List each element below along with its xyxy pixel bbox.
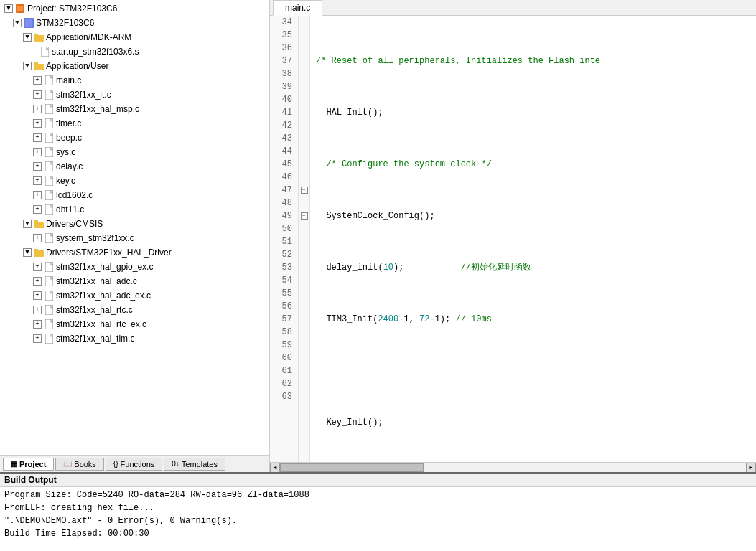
file-adc-ex-c-label: stm32f1xx_hal_adc_ex.c (56, 289, 151, 302)
code-text[interactable]: /* Reset of all peripherals, Initializes… (310, 16, 756, 462)
project-root-item[interactable]: ▼ Project: STM32F103C6 (0, 1, 269, 16)
file-gpio-ex-c-label: stm32f1xx_hal_gpio_ex.c (56, 260, 153, 273)
books-tab-icon: 📖 (63, 460, 72, 468)
tab-books[interactable]: 📖 Books (55, 458, 104, 471)
file-dht11-c[interactable]: + dht11.c (0, 202, 269, 217)
folder-mdk-arm[interactable]: ▼ Application/MDK-ARM (0, 30, 269, 44)
expand-it-c[interactable]: + (33, 90, 42, 99)
code-line-37: SystemClock_Config(); (316, 209, 750, 222)
folder-user[interactable]: ▼ Application/User (0, 59, 269, 73)
expand-adc-ex-c[interactable]: + (33, 291, 42, 300)
expand-gpio-ex-c[interactable]: + (33, 263, 42, 271)
file-delay-c[interactable]: + delay.c (0, 159, 269, 174)
file-system-c[interactable]: + system_stm32f1xx.c (0, 231, 269, 245)
code-line-35: HAL_Init(); (316, 106, 750, 119)
target-icon (23, 17, 34, 29)
project-panel: ▼ Project: STM32F103C6 ▼ STM32F103C6 ▼ (0, 0, 269, 472)
project-tab-label: Project (19, 460, 46, 468)
hscroll-right-arrow[interactable]: ▶ (746, 463, 756, 473)
expand-rtc-ex-c[interactable]: + (33, 320, 42, 329)
tab-project[interactable]: ▦ Project (3, 458, 54, 471)
templates-tab-label: Templates (182, 460, 218, 468)
expand-timer-c[interactable]: + (33, 119, 42, 128)
file-key-c-label: key.c (56, 174, 75, 187)
expand-key-c[interactable]: + (33, 176, 42, 185)
file-sys-c[interactable]: + sys.c (0, 145, 269, 159)
expand-user[interactable]: ▼ (23, 62, 32, 70)
file-main-c-label: main.c (56, 74, 81, 87)
file-startup[interactable]: startup_stm32f103x6.s (0, 44, 269, 59)
file-tim-c-icon (43, 333, 55, 344)
expand-main-c[interactable]: + (33, 76, 42, 85)
fold-54 (299, 274, 309, 287)
hscroll-thumb[interactable] (280, 463, 424, 472)
code-line-34: /* Reset of all peripherals, Initializes… (316, 55, 750, 67)
expand-beep-c[interactable]: + (33, 133, 42, 142)
file-msp-c[interactable]: + stm32f1xx_hal_msp.c (0, 102, 269, 116)
file-lcd-c[interactable]: + lcd1602.c (0, 188, 269, 202)
folder-mdk-arm-icon (33, 32, 45, 43)
fold-37 (299, 55, 309, 67)
file-delay-c-icon (43, 161, 55, 172)
file-tim-c[interactable]: + stm32f1xx_hal_tim.c (0, 331, 269, 346)
fold-47[interactable]: − (299, 184, 309, 197)
svg-rect-3 (25, 19, 32, 27)
file-rtc-ex-c[interactable]: + stm32f1xx_hal_rtc_ex.c (0, 317, 269, 331)
file-rtc-c[interactable]: + stm32f1xx_hal_rtc.c (0, 303, 269, 317)
file-main-c[interactable]: + main.c (0, 73, 269, 88)
expand-hal-driver[interactable]: ▼ (23, 248, 32, 257)
folder-cmsis[interactable]: ▼ Drivers/CMSIS (0, 217, 269, 231)
expand-dht11-c[interactable]: + (33, 205, 42, 214)
hscroll-left-arrow[interactable]: ◀ (270, 463, 280, 473)
expand-lcd-c[interactable]: + (33, 191, 42, 199)
code-line-36: /* Configure the system clock */ (316, 158, 750, 171)
code-panel: main.c 34 35 36 37 38 39 40 41 42 43 44 … (269, 0, 756, 472)
project-root-icon (14, 3, 26, 14)
tab-main-c-label: main.c (285, 3, 310, 13)
file-gpio-ex-c[interactable]: + stm32f1xx_hal_gpio_ex.c (0, 260, 269, 274)
folder-user-icon (33, 60, 45, 72)
fold-49[interactable]: − (299, 209, 309, 222)
file-key-c[interactable]: + key.c (0, 174, 269, 188)
line-38-comment: //初始化延时函数 (461, 261, 531, 274)
expand-delay-c[interactable]: + (33, 162, 42, 171)
folder-hal-driver-label: Drivers/STM32F1xx_HAL_Driver (46, 246, 172, 259)
expand-mdk-arm[interactable]: ▼ (23, 33, 32, 42)
expand-adc-c[interactable]: + (33, 277, 42, 286)
line-34-text: /* Reset of all peripherals, Initializes… (316, 55, 600, 67)
file-it-c[interactable]: + stm32f1xx_it.c (0, 88, 269, 102)
code-content[interactable]: 34 35 36 37 38 39 40 41 42 43 44 45 46 4… (270, 16, 756, 462)
tab-templates[interactable]: 0↓ Templates (164, 458, 225, 471)
hscroll-track[interactable] (280, 463, 746, 473)
file-adc-c[interactable]: + stm32f1xx_hal_adc.c (0, 274, 269, 288)
build-output-content: Program Size: Code=5240 RO-data=284 RW-d… (0, 487, 756, 551)
fold-56 (299, 300, 309, 313)
file-sys-c-icon (43, 146, 55, 158)
file-beep-c[interactable]: + beep.c (0, 131, 269, 145)
fold-box-47[interactable]: − (301, 187, 308, 194)
fold-59 (299, 339, 309, 352)
folder-hal-driver[interactable]: ▼ Drivers/STM32F1xx_HAL_Driver (0, 245, 269, 260)
fold-box-49[interactable]: − (301, 212, 308, 220)
expand-rtc-c[interactable]: + (33, 306, 42, 314)
expand-tim-c[interactable]: + (33, 334, 42, 343)
code-line-38: delay_init(10); //初始化延时函数 (316, 261, 750, 274)
expand-target[interactable]: ▼ (13, 19, 22, 27)
expand-root[interactable]: ▼ (4, 4, 13, 13)
folder-user-label: Application/User (46, 60, 108, 72)
code-hscrollbar[interactable]: ◀ ▶ (270, 462, 756, 472)
tab-main-c[interactable]: main.c (273, 0, 322, 16)
expand-system-c[interactable]: + (33, 234, 42, 242)
expand-sys-c[interactable]: + (33, 148, 42, 156)
fold-markers: − − (299, 16, 310, 462)
tab-functions[interactable]: {} Functions (106, 458, 162, 471)
file-main-c-icon (43, 75, 55, 86)
fold-42 (299, 119, 309, 132)
expand-cmsis[interactable]: ▼ (23, 220, 32, 228)
expand-msp-c[interactable]: + (33, 105, 42, 113)
code-line-41: Key_Init(); (316, 416, 750, 429)
target-item[interactable]: ▼ STM32F103C6 (0, 16, 269, 30)
file-rtc-c-label: stm32f1xx_hal_rtc.c (56, 303, 133, 316)
file-timer-c[interactable]: + timer.c (0, 116, 269, 131)
file-adc-ex-c[interactable]: + stm32f1xx_hal_adc_ex.c (0, 288, 269, 303)
